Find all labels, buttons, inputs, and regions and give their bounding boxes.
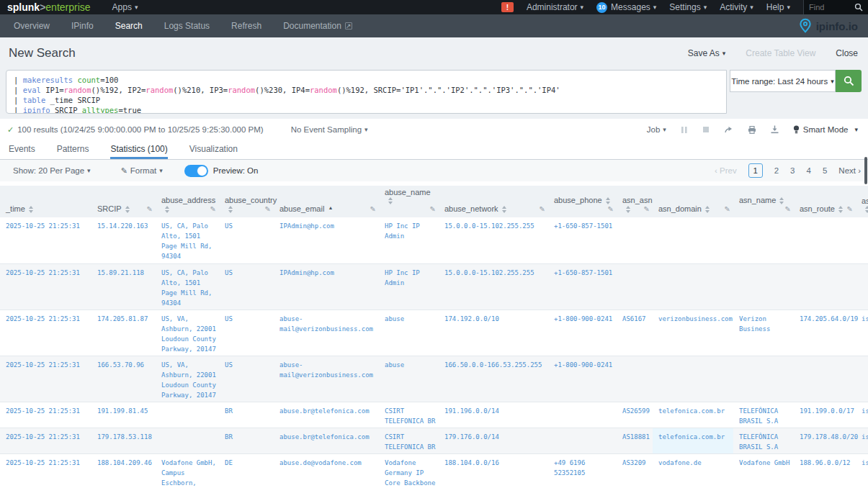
sort-icon[interactable]: [29, 206, 33, 213]
cell-asn-route[interactable]: 174.205.64.0/19: [794, 309, 856, 356]
cell-srcip[interactable]: 15.14.220.163: [91, 217, 156, 263]
edit-column-icon[interactable]: [725, 205, 730, 214]
messages-menu[interactable]: 10Messages: [596, 2, 656, 13]
nav-item-logs-status[interactable]: Logs Status: [153, 14, 220, 37]
col-header-srcip[interactable]: SRCIP: [91, 186, 156, 217]
cell-abuse-phone[interactable]: +1-650-857-1501: [548, 263, 617, 309]
cell-abuse-email[interactable]: abuse.br@telefonica.com: [274, 402, 379, 428]
cell-asn-domain[interactable]: vodafone.de: [653, 453, 733, 488]
cell-time[interactable]: 2025-10-25 21:25:31: [0, 356, 91, 402]
event-sampling-menu[interactable]: No Event Sampling: [291, 125, 368, 134]
cell-time[interactable]: 2025-10-25 21:25:31: [0, 402, 91, 428]
col-header-abuse-country[interactable]: abuse_country: [219, 186, 274, 217]
cell-asn-domain[interactable]: [653, 263, 733, 309]
time-range-picker[interactable]: Time range: Last 24 hours: [730, 70, 836, 92]
sort-icon[interactable]: [838, 206, 843, 213]
edit-column-icon[interactable]: [265, 205, 271, 214]
cell-srcip[interactable]: 188.104.209.46: [91, 453, 156, 488]
cell-time[interactable]: 2025-10-25 21:25:31: [0, 453, 91, 488]
cell-abuse-network[interactable]: 166.50.0.0-166.53.255.255: [439, 356, 548, 402]
cell-asn-name[interactable]: [733, 356, 794, 402]
preview-toggle[interactable]: [184, 165, 208, 177]
alert-icon[interactable]: !: [501, 2, 514, 12]
pagination-page-3[interactable]: 3: [790, 166, 795, 175]
pagination-next[interactable]: Next ›: [838, 166, 861, 175]
pagination-page-4[interactable]: 4: [807, 166, 811, 175]
cell-abuse-address[interactable]: US, VA, Ashburn, 22001 Loudoun County Pa…: [156, 309, 219, 356]
cell-abuse-address[interactable]: [156, 428, 219, 453]
cell-asn-domain[interactable]: telefonica.com.br: [653, 428, 733, 453]
col-header-asn-type[interactable]: asn_type: [856, 186, 868, 217]
col-header-asn-domain[interactable]: asn_domain: [653, 186, 733, 217]
cell-abuse-network[interactable]: 15.0.0.0-15.102.255.255: [439, 263, 548, 309]
col-header-asn-route[interactable]: asn_route: [794, 186, 856, 217]
col-header-time[interactable]: _time: [0, 186, 91, 217]
cell-srcip[interactable]: 15.89.21.118: [91, 263, 156, 309]
sort-icon[interactable]: [228, 206, 233, 213]
cell-time[interactable]: 2025-10-25 21:25:31: [0, 217, 91, 263]
edit-column-icon[interactable]: [644, 205, 650, 214]
cell-abuse-email[interactable]: abuse.de@vodafone.com: [274, 453, 379, 488]
cell-abuse-network[interactable]: 174.192.0.0/10: [439, 309, 548, 356]
cell-abuse-address[interactable]: US, VA, Ashburn, 22001 Loudoun County Pa…: [156, 356, 219, 402]
cell-abuse-phone[interactable]: [548, 402, 617, 428]
sort-icon[interactable]: [779, 197, 784, 204]
save-as-button[interactable]: Save As: [688, 48, 726, 58]
cell-srcip[interactable]: 179.178.53.118: [91, 428, 156, 453]
cell-abuse-phone[interactable]: +1-650-857-1501: [548, 217, 617, 263]
nav-item-search[interactable]: Search: [104, 14, 153, 37]
col-header-abuse-network[interactable]: abuse_network: [439, 186, 548, 217]
cell-asn-asn[interactable]: [617, 263, 653, 309]
pause-icon[interactable]: [681, 126, 688, 134]
activity-menu[interactable]: Activity: [720, 2, 753, 12]
format-dropdown[interactable]: Format: [121, 166, 163, 176]
cell-asn-route[interactable]: 188.96.0.0/12: [794, 453, 856, 488]
find-search-box[interactable]: [803, 0, 868, 14]
edit-column-icon[interactable]: [540, 205, 545, 214]
cell-time[interactable]: 2025-10-25 21:25:31: [0, 263, 91, 309]
settings-menu[interactable]: Settings: [669, 2, 707, 12]
cell-asn-route[interactable]: 191.199.0.0/17: [794, 402, 856, 428]
cell-abuse-country[interactable]: US: [219, 217, 274, 263]
cell-abuse-email[interactable]: IPAdmin@hp.com: [274, 263, 379, 309]
pagination-page-1[interactable]: 1: [748, 163, 763, 178]
cell-asn-route[interactable]: [794, 356, 856, 402]
cell-asn-name[interactable]: TELEFÔNICA BRASIL S.A: [733, 402, 794, 428]
close-button[interactable]: Close: [836, 48, 858, 58]
col-header-asn-name[interactable]: asn_name: [733, 186, 794, 217]
cell-abuse-network[interactable]: 15.0.0.0-15.102.255.255: [439, 217, 548, 263]
cell-srcip[interactable]: 174.205.81.87: [91, 309, 156, 356]
cell-abuse-address[interactable]: Vodafone GmbH, Campus Eschborn,: [156, 453, 219, 488]
nav-item-documentation[interactable]: Documentation↗: [272, 14, 363, 37]
cell-abuse-email[interactable]: abuse.br@telefonica.com: [274, 428, 379, 453]
sort-icon[interactable]: [125, 206, 130, 213]
cell-asn-type[interactable]: isp: [856, 402, 868, 428]
cell-abuse-country[interactable]: BR: [219, 402, 274, 428]
cell-asn-name[interactable]: Vodafone GmbH: [733, 453, 794, 488]
cell-abuse-country[interactable]: US: [219, 356, 274, 402]
edit-column-icon[interactable]: [430, 205, 436, 214]
smart-mode-menu[interactable]: Smart Mode: [793, 125, 858, 135]
edit-column-icon[interactable]: [847, 205, 853, 214]
edit-column-icon[interactable]: [210, 205, 216, 214]
administrator-menu[interactable]: Administrator: [527, 2, 583, 12]
cell-abuse-address[interactable]: US, CA, Palo Alto, 1501 Page Mill Rd, 94…: [156, 217, 219, 263]
cell-abuse-email[interactable]: IPAdmin@hp.com: [274, 217, 379, 263]
tab-patterns[interactable]: Patterns: [57, 140, 89, 159]
cell-asn-asn[interactable]: AS26599: [617, 402, 653, 428]
cell-time[interactable]: 2025-10-25 21:25:31: [0, 309, 91, 356]
nav-item-ipinfo[interactable]: IPinfo: [61, 14, 104, 37]
cell-abuse-name[interactable]: HP Inc IP Admin: [379, 217, 439, 263]
cell-asn-domain[interactable]: verizonbusiness.com: [653, 309, 733, 356]
search-submit-button[interactable]: [836, 70, 862, 92]
col-header-abuse-name[interactable]: abuse_name: [379, 186, 439, 217]
cell-abuse-phone[interactable]: [548, 428, 617, 453]
cell-abuse-address[interactable]: [156, 402, 219, 428]
cell-asn-domain[interactable]: [653, 217, 733, 263]
cell-asn-asn[interactable]: AS3209: [617, 453, 653, 488]
help-menu[interactable]: Help: [766, 2, 790, 12]
apps-menu[interactable]: Apps: [112, 2, 138, 12]
sort-icon[interactable]: [502, 206, 506, 213]
cell-asn-name[interactable]: Verizon Business: [733, 309, 794, 356]
cell-abuse-network[interactable]: 179.176.0.0/14: [439, 428, 548, 453]
